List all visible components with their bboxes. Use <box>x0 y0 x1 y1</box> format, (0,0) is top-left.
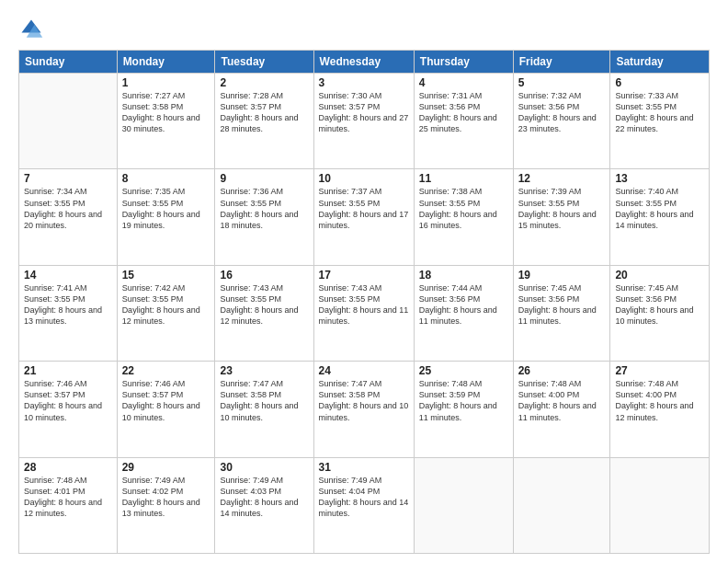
day-number: 16 <box>220 269 308 282</box>
day-info: Sunrise: 7:32 AM Sunset: 3:56 PM Dayligh… <box>518 90 606 135</box>
day-number: 26 <box>518 364 606 377</box>
calendar-cell: 8Sunrise: 7:35 AM Sunset: 3:55 PM Daylig… <box>117 169 215 265</box>
day-number: 21 <box>24 364 112 377</box>
calendar-cell <box>19 74 118 169</box>
day-info: Sunrise: 7:40 AM Sunset: 3:55 PM Dayligh… <box>615 186 704 231</box>
day-number: 2 <box>220 76 308 89</box>
day-number: 10 <box>319 172 409 185</box>
day-info: Sunrise: 7:33 AM Sunset: 3:55 PM Dayligh… <box>615 90 704 135</box>
calendar-cell: 29Sunrise: 7:49 AM Sunset: 4:02 PM Dayli… <box>117 457 215 553</box>
calendar-week-row: 1Sunrise: 7:27 AM Sunset: 3:58 PM Daylig… <box>19 74 710 169</box>
day-number: 13 <box>615 172 704 185</box>
day-info: Sunrise: 7:48 AM Sunset: 4:01 PM Dayligh… <box>24 475 112 520</box>
day-info: Sunrise: 7:45 AM Sunset: 3:56 PM Dayligh… <box>518 282 606 327</box>
weekday-header-saturday: Saturday <box>610 51 710 74</box>
calendar-cell <box>414 457 513 553</box>
calendar-cell: 18Sunrise: 7:44 AM Sunset: 3:56 PM Dayli… <box>414 265 513 361</box>
calendar-cell: 31Sunrise: 7:49 AM Sunset: 4:04 PM Dayli… <box>313 457 414 553</box>
day-info: Sunrise: 7:30 AM Sunset: 3:57 PM Dayligh… <box>319 90 409 135</box>
day-info: Sunrise: 7:42 AM Sunset: 3:55 PM Dayligh… <box>122 282 210 327</box>
calendar-body: 1Sunrise: 7:27 AM Sunset: 3:58 PM Daylig… <box>19 74 710 554</box>
calendar-cell: 6Sunrise: 7:33 AM Sunset: 3:55 PM Daylig… <box>610 74 710 169</box>
calendar-week-row: 21Sunrise: 7:46 AM Sunset: 3:57 PM Dayli… <box>19 362 710 457</box>
day-number: 15 <box>122 269 210 282</box>
day-info: Sunrise: 7:49 AM Sunset: 4:03 PM Dayligh… <box>220 475 308 520</box>
calendar-cell: 4Sunrise: 7:31 AM Sunset: 3:56 PM Daylig… <box>414 74 513 169</box>
weekday-header-tuesday: Tuesday <box>215 51 313 74</box>
calendar-cell: 10Sunrise: 7:37 AM Sunset: 3:55 PM Dayli… <box>313 169 414 265</box>
day-number: 22 <box>122 364 210 377</box>
day-info: Sunrise: 7:35 AM Sunset: 3:55 PM Dayligh… <box>122 186 210 231</box>
calendar-cell: 20Sunrise: 7:45 AM Sunset: 3:56 PM Dayli… <box>610 265 710 361</box>
day-info: Sunrise: 7:41 AM Sunset: 3:55 PM Dayligh… <box>24 282 112 327</box>
calendar-cell: 17Sunrise: 7:43 AM Sunset: 3:55 PM Dayli… <box>313 265 414 361</box>
day-number: 1 <box>122 76 210 89</box>
day-info: Sunrise: 7:47 AM Sunset: 3:58 PM Dayligh… <box>220 378 308 423</box>
day-number: 23 <box>220 364 308 377</box>
weekday-header-wednesday: Wednesday <box>313 51 414 74</box>
calendar-cell: 15Sunrise: 7:42 AM Sunset: 3:55 PM Dayli… <box>117 265 215 361</box>
day-info: Sunrise: 7:37 AM Sunset: 3:55 PM Dayligh… <box>319 186 409 231</box>
day-number: 8 <box>122 172 210 185</box>
calendar-week-row: 7Sunrise: 7:34 AM Sunset: 3:55 PM Daylig… <box>19 169 710 265</box>
logo-icon <box>18 17 44 42</box>
day-info: Sunrise: 7:34 AM Sunset: 3:55 PM Dayligh… <box>24 186 112 231</box>
calendar-cell: 7Sunrise: 7:34 AM Sunset: 3:55 PM Daylig… <box>19 169 118 265</box>
day-number: 28 <box>24 461 112 474</box>
calendar-cell: 2Sunrise: 7:28 AM Sunset: 3:57 PM Daylig… <box>215 74 313 169</box>
weekday-header-monday: Monday <box>117 51 215 74</box>
day-number: 18 <box>419 269 508 282</box>
day-info: Sunrise: 7:36 AM Sunset: 3:55 PM Dayligh… <box>220 186 308 231</box>
day-info: Sunrise: 7:31 AM Sunset: 3:56 PM Dayligh… <box>419 90 508 135</box>
calendar-cell: 28Sunrise: 7:48 AM Sunset: 4:01 PM Dayli… <box>19 457 118 553</box>
calendar-cell: 27Sunrise: 7:48 AM Sunset: 4:00 PM Dayli… <box>610 362 710 457</box>
day-info: Sunrise: 7:47 AM Sunset: 3:58 PM Dayligh… <box>319 378 409 423</box>
day-number: 25 <box>419 364 508 377</box>
calendar-cell: 5Sunrise: 7:32 AM Sunset: 3:56 PM Daylig… <box>513 74 610 169</box>
calendar-cell: 21Sunrise: 7:46 AM Sunset: 3:57 PM Dayli… <box>19 362 118 457</box>
calendar-cell: 22Sunrise: 7:46 AM Sunset: 3:57 PM Dayli… <box>117 362 215 457</box>
calendar-cell <box>513 457 610 553</box>
calendar-week-row: 14Sunrise: 7:41 AM Sunset: 3:55 PM Dayli… <box>19 265 710 361</box>
calendar-cell: 9Sunrise: 7:36 AM Sunset: 3:55 PM Daylig… <box>215 169 313 265</box>
day-number: 30 <box>220 461 308 474</box>
day-info: Sunrise: 7:48 AM Sunset: 4:00 PM Dayligh… <box>518 378 606 423</box>
day-info: Sunrise: 7:43 AM Sunset: 3:55 PM Dayligh… <box>319 282 409 327</box>
calendar-cell: 19Sunrise: 7:45 AM Sunset: 3:56 PM Dayli… <box>513 265 610 361</box>
day-info: Sunrise: 7:44 AM Sunset: 3:56 PM Dayligh… <box>419 282 508 327</box>
calendar-cell: 3Sunrise: 7:30 AM Sunset: 3:57 PM Daylig… <box>313 74 414 169</box>
day-number: 12 <box>518 172 606 185</box>
weekday-header-friday: Friday <box>513 51 610 74</box>
day-number: 7 <box>24 172 112 185</box>
day-number: 14 <box>24 269 112 282</box>
calendar-cell: 16Sunrise: 7:43 AM Sunset: 3:55 PM Dayli… <box>215 265 313 361</box>
day-number: 29 <box>122 461 210 474</box>
day-number: 11 <box>419 172 508 185</box>
day-info: Sunrise: 7:27 AM Sunset: 3:58 PM Dayligh… <box>122 90 210 135</box>
weekday-header-sunday: Sunday <box>19 51 118 74</box>
calendar-cell: 26Sunrise: 7:48 AM Sunset: 4:00 PM Dayli… <box>513 362 610 457</box>
day-info: Sunrise: 7:48 AM Sunset: 4:00 PM Dayligh… <box>615 378 704 423</box>
day-number: 24 <box>319 364 409 377</box>
logo <box>18 17 48 42</box>
header <box>18 17 710 42</box>
calendar-cell: 30Sunrise: 7:49 AM Sunset: 4:03 PM Dayli… <box>215 457 313 553</box>
day-info: Sunrise: 7:46 AM Sunset: 3:57 PM Dayligh… <box>24 378 112 423</box>
page: SundayMondayTuesdayWednesdayThursdayFrid… <box>0 0 728 563</box>
day-info: Sunrise: 7:46 AM Sunset: 3:57 PM Dayligh… <box>122 378 210 423</box>
calendar-table: SundayMondayTuesdayWednesdayThursdayFrid… <box>18 50 710 554</box>
calendar-cell: 14Sunrise: 7:41 AM Sunset: 3:55 PM Dayli… <box>19 265 118 361</box>
calendar-cell <box>610 457 710 553</box>
day-number: 19 <box>518 269 606 282</box>
weekday-header-thursday: Thursday <box>414 51 513 74</box>
calendar-cell: 12Sunrise: 7:39 AM Sunset: 3:55 PM Dayli… <box>513 169 610 265</box>
day-number: 9 <box>220 172 308 185</box>
day-info: Sunrise: 7:49 AM Sunset: 4:02 PM Dayligh… <box>122 475 210 520</box>
calendar-week-row: 28Sunrise: 7:48 AM Sunset: 4:01 PM Dayli… <box>19 457 710 553</box>
calendar-cell: 11Sunrise: 7:38 AM Sunset: 3:55 PM Dayli… <box>414 169 513 265</box>
day-info: Sunrise: 7:49 AM Sunset: 4:04 PM Dayligh… <box>319 475 409 520</box>
day-info: Sunrise: 7:43 AM Sunset: 3:55 PM Dayligh… <box>220 282 308 327</box>
calendar-header: SundayMondayTuesdayWednesdayThursdayFrid… <box>19 51 710 74</box>
day-number: 31 <box>319 461 409 474</box>
day-info: Sunrise: 7:38 AM Sunset: 3:55 PM Dayligh… <box>419 186 508 231</box>
